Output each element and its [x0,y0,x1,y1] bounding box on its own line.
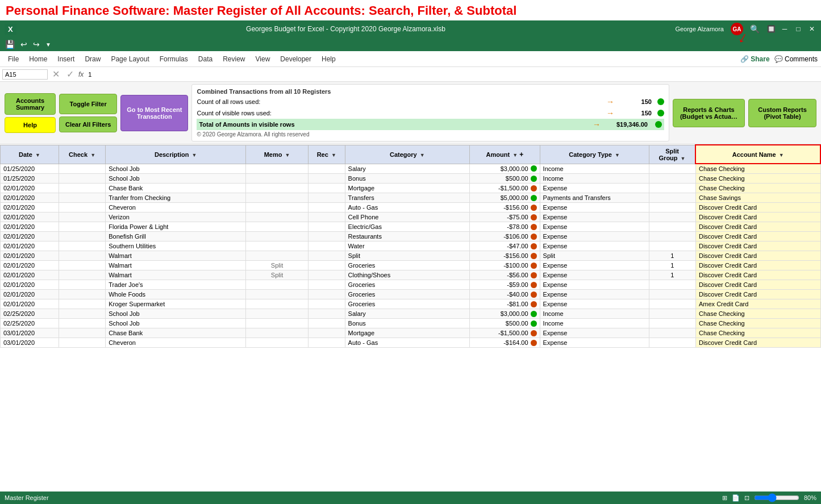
header-split[interactable]: Split Group ▼ [649,145,695,164]
table-row[interactable]: 02/01/2020 Verizon Cell Phone -$75.00 Ex… [1,213,821,222]
cell-cattype: Income [540,164,649,174]
menu-item-data[interactable]: Data [194,53,217,65]
amount-dot [531,214,537,220]
cell-description: Walmart [106,270,246,280]
table-row[interactable]: 02/01/2020 Florida Power & Light Electri… [1,222,821,232]
table-row[interactable]: 02/01/2020 Tranfer from Checking Transfe… [1,193,821,203]
filter-desc-icon[interactable]: ▼ [192,152,197,158]
minimize-btn[interactable]: ─ [780,24,789,34]
table-row[interactable]: 03/01/2020 Cheveron Auto - Gas -$164.00 … [1,338,821,348]
table-row[interactable]: 02/25/2020 School Job Bonus $500.00 Inco… [1,319,821,328]
cell-check [59,328,105,338]
help-button[interactable]: Help [5,117,56,133]
header-account[interactable]: Account Name ▼ [695,145,820,164]
redo-icon[interactable]: ↪ [31,40,41,49]
cell-description: Kroger Supermarket [106,299,246,309]
share-button[interactable]: 🔗 Share [740,55,770,63]
excel-logo: X [5,24,16,35]
goto-recent-button[interactable]: Go to Most Recent Transaction [120,95,188,131]
table-row[interactable]: 02/01/2020 Cheveron Auto - Gas -$156.00 … [1,203,821,213]
cell-description: School Job [106,309,246,319]
table-row[interactable]: 02/25/2020 School Job Salary $3,000.00 I… [1,309,821,319]
formula-input[interactable] [86,70,819,79]
amount-dot [531,272,537,278]
table-row[interactable]: 01/25/2020 School Job Salary $3,000.00 I… [1,164,821,174]
header-cattype[interactable]: Category Type ▼ [540,145,649,164]
menu-item-file[interactable]: File [3,53,23,65]
menu-item-draw[interactable]: Draw [80,53,105,65]
filter-split-icon[interactable]: ▼ [681,156,686,161]
comments-button[interactable]: 💬 Comments [774,55,818,63]
filter-cat-icon[interactable]: ▼ [420,152,425,158]
menu-item-view[interactable]: View [251,53,275,65]
close-btn[interactable]: ✕ [807,24,816,34]
cell-category: Cell Phone [345,213,470,222]
filter-acct-icon[interactable]: ▼ [779,152,784,158]
save-icon[interactable]: 💾 [3,40,16,49]
cell-date: 02/01/2020 [1,280,59,290]
filter-check-icon[interactable]: ▼ [90,152,95,158]
table-row[interactable]: 02/01/2020 Whole Foods Groceries -$40.00… [1,290,821,299]
toggle-filter-button[interactable]: Toggle Filter [59,94,117,114]
table-row[interactable]: 02/01/2020 Chase Bank Mortgage -$1,500.0… [1,184,821,193]
table-row[interactable]: 02/01/2020 Walmart Split Clothing/Shoes … [1,270,821,280]
search-icon[interactable]: 🔍 [748,24,762,34]
dropdown-icon[interactable]: ▼ [44,41,53,48]
cell-amount: $5,000.00 [470,193,540,203]
menu-item-review[interactable]: Review [218,53,249,65]
header-check[interactable]: Check ▼ [59,145,105,164]
menu-item-insert[interactable]: Insert [53,53,79,65]
ribbon-display-btn[interactable]: 🔲 [766,24,776,34]
add-col-icon[interactable]: + [519,151,523,159]
cell-check [59,270,105,280]
cell-account: Discover Credit Card [695,270,820,280]
table-row[interactable]: 02/01/2020 Kroger Supermarket Groceries … [1,299,821,309]
header-date[interactable]: Date ▼ [1,145,59,164]
table-row[interactable]: 02/01/2020 Bonefish Grill Restaurants -$… [1,232,821,241]
undo-icon[interactable]: ↩ [19,40,29,49]
cell-memo [246,241,309,251]
cell-category: Auto - Gas [345,203,470,213]
filter-cattype-icon[interactable]: ▼ [615,152,620,158]
cell-memo [246,164,309,174]
cell-reference-box[interactable] [2,69,48,80]
filter-rec-icon[interactable]: ▼ [331,152,336,158]
cell-date: 02/01/2020 [1,241,59,251]
table-row[interactable]: 02/01/2020 Trader Joe's Groceries -$59.0… [1,280,821,290]
header-memo[interactable]: Memo ▼ [246,145,309,164]
cell-account: Chase Checking [695,184,820,193]
maximize-btn[interactable]: □ [794,24,803,34]
cell-account: Discover Credit Card [695,241,820,251]
filter-amt-icon[interactable]: ▼ [512,152,518,158]
table-row[interactable]: 03/01/2020 Chase Bank Mortgage -$1,500.0… [1,328,821,338]
clear-filters-button[interactable]: Clear All Filters [59,116,117,132]
cell-cattype: Expense [540,184,649,193]
table-row[interactable]: 02/01/2020 Walmart Split Groceries -$100… [1,261,821,270]
header-category[interactable]: Category ▼ [345,145,470,164]
cell-rec [308,299,345,309]
filter-memo-icon[interactable]: ▼ [285,152,290,158]
amount-dot [531,291,537,298]
custom-reports-button[interactable]: Custom Reports (Pivot Table) [748,99,816,127]
accounts-summary-button[interactable]: Accounts Summary [5,93,56,115]
header-description[interactable]: Description ▼ [106,145,246,164]
cell-amount: -$78.00 [470,222,540,232]
workbook-title: Georges Budget for Excel - Copyright 202… [16,25,676,33]
dot-green-2 [657,110,664,116]
table-row[interactable]: 02/01/2020 Southern Utilities Water -$47… [1,241,821,251]
cell-description: Whole Foods [106,290,246,299]
menu-item-help[interactable]: Help [317,53,340,65]
menu-item-developer[interactable]: Developer [276,53,316,65]
header-amount[interactable]: Amount ▼ + [470,145,540,164]
header-rec[interactable]: Rec ▼ [308,145,345,164]
cell-category: Salary [345,164,470,174]
formula-divider-x: ✕ [50,69,62,80]
table-row[interactable]: 02/01/2020 Walmart Split -$156.00 Split … [1,251,821,261]
filter-date-icon[interactable]: ▼ [35,152,40,158]
reports-button[interactable]: Reports & Charts (Budget vs Actua… [673,99,745,127]
total-arrow: → [593,120,601,129]
menu-item-home[interactable]: Home [24,53,52,65]
table-row[interactable]: 01/25/2020 School Job Bonus $500.00 Inco… [1,174,821,184]
menu-item-formulas[interactable]: Formulas [155,53,193,65]
menu-item-pagelayout[interactable]: Page Layout [106,53,153,65]
